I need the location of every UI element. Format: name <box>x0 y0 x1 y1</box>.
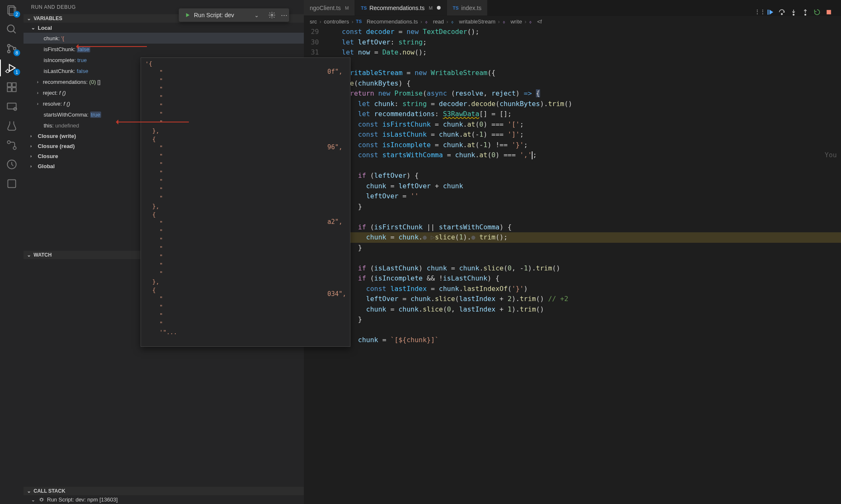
code-editor[interactable]: 29303160 const decoder = new TextDecoder… <box>304 27 841 504</box>
svg-line-26 <box>40 498 41 499</box>
svg-marker-28 <box>186 13 190 17</box>
debug-toolbar: Run Script: dev ⌄ ⋯ <box>179 8 289 22</box>
svg-rect-30 <box>768 10 768 15</box>
bug-icon <box>39 497 44 503</box>
tab-ngoclient[interactable]: ngoClient.ts M <box>304 0 355 16</box>
chevron-right-icon[interactable]: › <box>30 164 36 169</box>
typescript-icon: TS <box>453 5 459 10</box>
svg-rect-16 <box>8 103 16 109</box>
svg-rect-14 <box>8 88 11 91</box>
method-icon: ⬨ <box>425 18 428 25</box>
callstack-item[interactable]: ⌄ Run Script: dev: npm [13603] <box>24 495 304 504</box>
svg-point-5 <box>8 50 10 53</box>
chevron-right-icon[interactable]: › <box>37 90 43 95</box>
var-isFirstChunk[interactable]: isFirstChunk: false <box>24 44 304 55</box>
peek-text: 034", <box>327 290 346 298</box>
annotation-arrow <box>78 46 147 47</box>
method-icon: ⬨ <box>502 18 506 25</box>
peek-text: 0f", <box>327 68 342 75</box>
chevron-down-icon: ⌄ <box>254 12 259 18</box>
editor-main: ngoClient.ts M TS Recommendations.ts M T… <box>304 0 841 504</box>
explorer-icon[interactable]: 2 <box>6 4 18 16</box>
chevron-right-icon[interactable]: › <box>30 143 36 148</box>
debug-config-selector[interactable]: Run Script: dev ⌄ <box>180 11 263 19</box>
svg-point-2 <box>8 25 14 32</box>
extensions-icon[interactable] <box>6 81 18 93</box>
step-out-icon[interactable] <box>802 8 809 16</box>
svg-marker-31 <box>770 10 773 15</box>
chevron-right-icon[interactable]: › <box>37 101 43 106</box>
search-icon[interactable] <box>6 23 18 35</box>
svg-point-8 <box>6 70 9 73</box>
svg-point-34 <box>793 14 794 16</box>
debug-step-controls: ⋮⋮ <box>755 8 833 16</box>
chevron-down-icon: ⌄ <box>30 25 36 31</box>
typescript-icon: TS <box>361 5 367 10</box>
chevron-right-icon[interactable]: › <box>30 153 36 158</box>
continue-icon[interactable] <box>766 8 774 16</box>
chevron-down-icon: ⌄ <box>26 16 32 21</box>
restart-icon[interactable] <box>813 8 821 16</box>
callstack-section-header[interactable]: ⌄ CALL STACK <box>24 487 304 495</box>
svg-point-22 <box>40 499 43 501</box>
debug-hover-tooltip: '{ " " " " " " " }, { " " " " " " " }, {… <box>141 57 350 347</box>
tab-index[interactable]: TS index.ts <box>447 0 488 16</box>
stop-icon[interactable] <box>825 8 833 16</box>
svg-point-4 <box>8 44 10 47</box>
more-icon[interactable]: ⋯ <box>281 11 287 19</box>
github-actions-icon[interactable] <box>6 139 18 151</box>
explorer-badge: 2 <box>13 11 20 18</box>
chevron-right-icon[interactable]: › <box>30 133 36 138</box>
svg-point-19 <box>13 147 16 150</box>
svg-point-36 <box>805 14 806 16</box>
scm-badge: 8 <box>13 49 20 56</box>
code-area[interactable]: const decoder = new TextDecoder(); let l… <box>326 27 841 504</box>
svg-rect-37 <box>827 10 831 15</box>
chevron-right-icon[interactable]: › <box>37 79 43 84</box>
step-into-icon[interactable] <box>790 8 797 16</box>
svg-rect-13 <box>12 83 16 87</box>
chevron-down-icon: ⌄ <box>26 252 32 258</box>
peek-text: a2", <box>327 218 342 226</box>
variable-icon: ⬨ <box>451 18 454 25</box>
presence-label: You <box>825 150 837 161</box>
bookmarks-icon[interactable] <box>6 178 18 190</box>
source-control-icon[interactable]: 8 <box>6 43 18 55</box>
var-chunk[interactable]: chunk: '{ <box>24 33 304 44</box>
chevron-down-icon: ⌄ <box>26 488 32 494</box>
remote-icon[interactable] <box>6 101 18 112</box>
method-icon: ⬨ <box>529 18 532 25</box>
debug-badge: 1 <box>13 69 20 75</box>
svg-point-32 <box>781 13 783 15</box>
svg-rect-15 <box>12 88 16 91</box>
testing-icon[interactable] <box>6 120 18 132</box>
timeline-icon[interactable] <box>6 158 18 170</box>
svg-rect-12 <box>8 83 11 87</box>
svg-line-3 <box>13 31 16 34</box>
chevron-down-icon: ⌄ <box>30 497 36 503</box>
play-icon <box>185 12 191 18</box>
svg-rect-21 <box>8 180 16 188</box>
drag-handle-icon[interactable]: ⋮⋮ <box>755 8 762 16</box>
step-over-icon[interactable] <box>778 8 786 16</box>
tab-recommendations[interactable]: TS Recommendations.ts M <box>355 0 447 16</box>
svg-line-27 <box>42 498 43 499</box>
debug-icon[interactable]: 1 <box>6 62 18 74</box>
annotation-arrow <box>118 122 189 122</box>
activity-bar: 2 8 1 <box>0 0 24 504</box>
breadcrumbs[interactable]: src› controllers› TS Recommendations.ts›… <box>304 16 841 27</box>
typescript-icon: TS <box>356 19 362 24</box>
peek-text: 96", <box>327 143 342 151</box>
gear-icon[interactable] <box>268 11 276 19</box>
svg-point-18 <box>8 141 10 144</box>
svg-point-29 <box>271 14 273 16</box>
dirty-indicator-icon <box>437 6 441 10</box>
scope-local[interactable]: ⌄ Local <box>24 23 304 33</box>
